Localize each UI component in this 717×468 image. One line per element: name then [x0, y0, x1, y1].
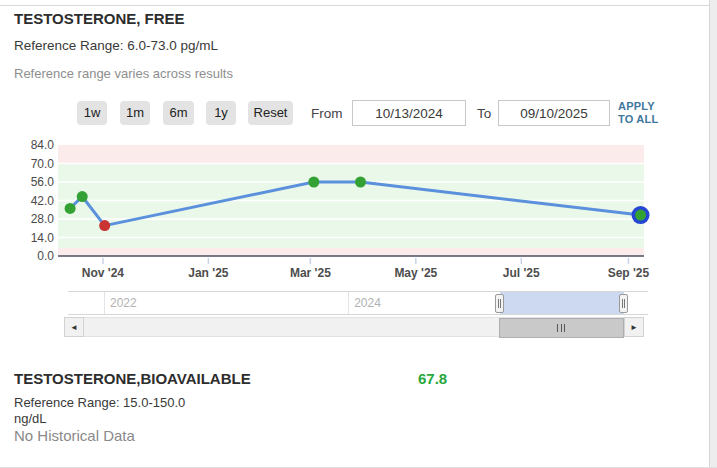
- range-button-1m[interactable]: 1m: [120, 101, 150, 125]
- data-point[interactable]: [308, 177, 319, 188]
- test-title-free: TESTOSTERONE, FREE: [14, 10, 185, 27]
- reference-range-unit: ng/dL: [14, 411, 47, 426]
- range-button-1y[interactable]: 1y: [206, 101, 236, 125]
- navigator-year-gridline: [348, 292, 349, 314]
- history-chart[interactable]: 84.070.056.042.028.014.00.0Nov '24Jan '2…: [0, 138, 680, 290]
- svg-text:14.0: 14.0: [31, 231, 55, 245]
- svg-text:70.0: 70.0: [31, 157, 55, 171]
- data-point[interactable]: [99, 220, 110, 231]
- svg-text:84.0: 84.0: [31, 138, 55, 152]
- thumb-grip-icon: [557, 324, 565, 332]
- test-title-bioavailable: TESTOSTERONE,BIOAVAILABLE: [14, 370, 251, 387]
- vertical-scrollbar[interactable]: [709, 0, 717, 468]
- svg-text:42.0: 42.0: [31, 194, 55, 208]
- range-varies-note: Reference range varies across results: [14, 66, 233, 81]
- range-button-6m[interactable]: 6m: [163, 101, 194, 125]
- svg-text:May '25: May '25: [394, 266, 437, 280]
- reference-range-free: Reference Range: 6.0-73.0 pg/mL: [14, 38, 218, 53]
- svg-text:28.0: 28.0: [31, 212, 55, 226]
- navigator-strip[interactable]: 20222024: [68, 291, 648, 315]
- navigator-selected-range[interactable]: [500, 292, 624, 314]
- apply-to-all-link[interactable]: APPLY TO ALL: [618, 100, 664, 126]
- svg-text:Sep '25: Sep '25: [608, 266, 650, 280]
- handle-grip-icon: [622, 299, 625, 308]
- svg-text:Nov '24: Nov '24: [82, 266, 125, 280]
- svg-text:Jul '25: Jul '25: [503, 266, 540, 280]
- navigator-year-label: 2024: [354, 296, 381, 310]
- lab-results-panel: TESTOSTERONE, FREE Reference Range: 6.0-…: [0, 0, 717, 468]
- navigator-left-handle[interactable]: [495, 294, 504, 313]
- history-chart-area: 84.070.056.042.028.014.00.0Nov '24Jan '2…: [0, 138, 680, 290]
- navigator-year-gridline: [104, 292, 105, 314]
- top-divider: [0, 5, 717, 6]
- range-button-1w[interactable]: 1w: [77, 101, 107, 125]
- navigator-right-handle[interactable]: [619, 294, 628, 313]
- data-point[interactable]: [635, 210, 646, 221]
- to-label: To: [477, 106, 491, 121]
- data-point[interactable]: [65, 203, 76, 214]
- to-date-input[interactable]: [498, 100, 610, 126]
- scroll-left-button[interactable]: ◄: [64, 317, 84, 337]
- left-arrow-icon: ◄: [70, 323, 78, 332]
- svg-text:Mar '25: Mar '25: [290, 266, 331, 280]
- navigator-year-label: 2022: [110, 296, 137, 310]
- data-point[interactable]: [355, 177, 366, 188]
- range-button-reset[interactable]: Reset: [248, 101, 293, 125]
- right-arrow-icon: ►: [630, 323, 638, 332]
- scroll-right-button[interactable]: ►: [624, 317, 644, 337]
- handle-grip-icon: [498, 299, 501, 308]
- svg-text:Jan '25: Jan '25: [188, 266, 229, 280]
- scrollbar-thumb[interactable]: [499, 318, 624, 338]
- horizontal-scrollbar[interactable]: ◄ ►: [64, 317, 644, 337]
- from-date-input[interactable]: [352, 100, 466, 126]
- data-point[interactable]: [77, 191, 88, 202]
- result-value-bioavailable: 67.8: [418, 370, 447, 387]
- from-label: From: [311, 106, 343, 121]
- reference-range-bioavailable: Reference Range: 15.0-150.0: [14, 395, 185, 410]
- no-historical-data-text: No Historical Data: [14, 427, 135, 444]
- svg-text:0.0: 0.0: [37, 249, 54, 263]
- svg-text:56.0: 56.0: [31, 175, 55, 189]
- scrollbar-track[interactable]: [84, 317, 624, 337]
